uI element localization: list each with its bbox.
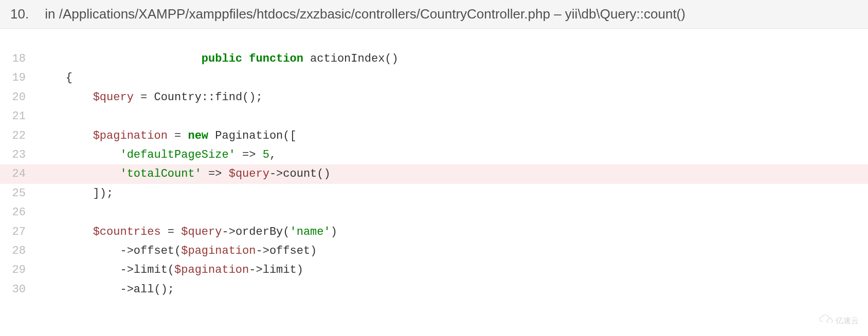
code-content	[39, 107, 45, 126]
code-content: ]);	[39, 184, 113, 203]
line-number: 26	[0, 203, 39, 222]
code-line: 26	[0, 203, 868, 222]
code-line: 21	[0, 107, 868, 126]
code-content	[39, 203, 45, 222]
code-line: 30 ->all();	[0, 280, 868, 299]
line-number: 22	[0, 126, 39, 145]
code-line: 27 $countries = $query->orderBy('name')	[0, 222, 868, 241]
line-number: 20	[0, 88, 39, 107]
line-number: 19	[0, 68, 39, 87]
frame-number: 10.	[10, 6, 41, 22]
code-block: 18 public function actionIndex()19 {20 $…	[0, 29, 868, 299]
frame-path: /Applications/XAMPP/xamppfiles/htdocs/zx…	[59, 6, 550, 22]
code-line: 23 'defaultPageSize' => 5,	[0, 145, 868, 164]
code-line: 29 ->limit($pagination->limit)	[0, 260, 868, 279]
stack-frame-title: 10. in /Applications/XAMPP/xamppfiles/ht…	[10, 6, 685, 22]
frame-method: yii\db\Query::count()	[565, 6, 685, 22]
code-content: $countries = $query->orderBy('name')	[39, 222, 337, 241]
code-content: ->all();	[39, 280, 174, 299]
stack-frame-header[interactable]: 10. in /Applications/XAMPP/xamppfiles/ht…	[0, 0, 868, 29]
code-line: 22 $pagination = new Pagination([	[0, 126, 868, 145]
code-line: 20 $query = Country::find();	[0, 88, 868, 107]
line-number: 18	[0, 49, 39, 68]
frame-prefix: in	[45, 6, 59, 22]
code-line: 28 ->offset($pagination->offset)	[0, 241, 868, 260]
line-number: 30	[0, 280, 39, 299]
line-number: 27	[0, 222, 39, 241]
frame-separator: –	[550, 6, 565, 22]
line-number: 28	[0, 241, 39, 260]
code-line: 24 'totalCount' => $query->count()	[0, 164, 868, 183]
line-number: 23	[0, 145, 39, 164]
code-content: {	[39, 68, 73, 87]
code-line: 25 ]);	[0, 184, 868, 203]
line-number: 25	[0, 184, 39, 203]
code-line: 19 {	[0, 68, 868, 87]
code-line: 18 public function actionIndex()	[0, 49, 868, 68]
line-number: 29	[0, 260, 39, 279]
line-number: 21	[0, 107, 39, 126]
code-content: $pagination = new Pagination([	[39, 126, 297, 145]
code-content: $query = Country::find();	[39, 88, 263, 107]
line-number: 24	[0, 164, 39, 183]
code-content: 'totalCount' => $query->count()	[39, 164, 331, 183]
code-content: public function actionIndex()	[39, 49, 399, 68]
code-content: ->limit($pagination->limit)	[39, 260, 303, 279]
code-content: ->offset($pagination->offset)	[39, 241, 317, 260]
code-content: 'defaultPageSize' => 5,	[39, 145, 276, 164]
